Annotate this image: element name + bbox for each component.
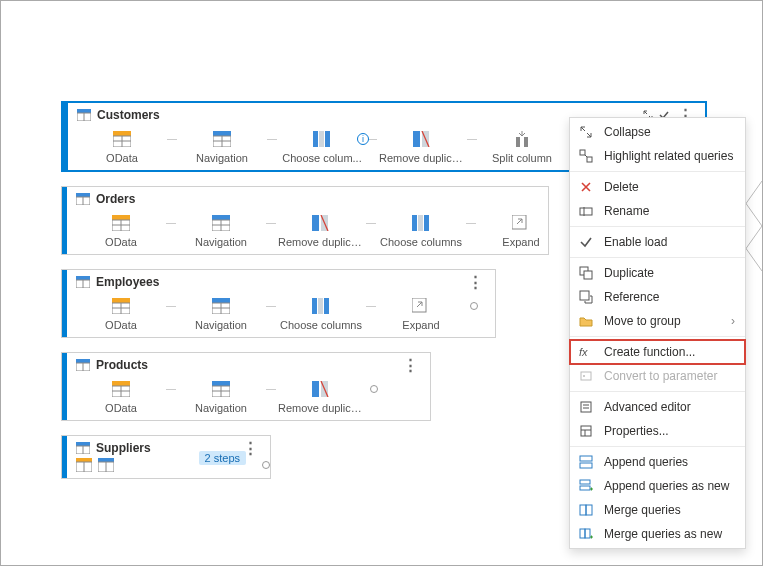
query-title: Employees: [96, 275, 159, 289]
step-odata[interactable]: OData: [76, 296, 166, 331]
svg-rect-26: [212, 215, 230, 220]
folder-icon: [578, 313, 594, 329]
menu-rename[interactable]: Rename: [570, 199, 745, 223]
svg-rect-30: [312, 215, 319, 231]
step-remove-duplicates[interactable]: Remove duplicat...: [377, 129, 467, 164]
menu-create-function[interactable]: fx Create function...: [570, 340, 745, 364]
menu-advanced-editor[interactable]: Advanced editor: [570, 395, 745, 419]
append-new-icon: [578, 478, 594, 494]
query-card-employees[interactable]: Employees ⋮ OData Navigation Choose colu…: [61, 269, 496, 338]
svg-rect-78: [580, 208, 592, 215]
svg-rect-63: [312, 381, 319, 397]
menu-merge-queries[interactable]: Merge queries: [570, 498, 745, 522]
table-icon: [76, 276, 90, 288]
nav-icon: [98, 458, 114, 472]
info-icon: i: [357, 133, 369, 145]
table-icon: [76, 193, 90, 205]
svg-rect-92: [580, 456, 592, 461]
fx-icon: fx: [578, 344, 594, 360]
step-navigation[interactable]: Navigation: [176, 213, 266, 248]
svg-rect-37: [76, 276, 90, 280]
step-odata[interactable]: OData: [76, 379, 166, 414]
svg-rect-13: [325, 131, 330, 147]
svg-rect-75: [580, 150, 585, 155]
duplicate-icon: [578, 265, 594, 281]
step-remove-duplicates[interactable]: Remove duplicat...: [276, 379, 366, 414]
svg-rect-14: [413, 131, 420, 147]
step-navigation[interactable]: Navigation: [176, 379, 266, 414]
more-icon[interactable]: ⋮: [464, 277, 487, 287]
svg-rect-98: [580, 529, 585, 538]
svg-rect-86: [581, 402, 591, 412]
svg-rect-11: [313, 131, 318, 147]
menu-properties[interactable]: Properties...: [570, 419, 745, 443]
menu-append-queries-new[interactable]: Append queries as new: [570, 474, 745, 498]
svg-rect-94: [580, 480, 590, 484]
svg-rect-76: [587, 157, 592, 162]
editor-icon: [578, 399, 594, 415]
step-expand[interactable]: Expand: [476, 213, 548, 248]
collapse-icon: [578, 124, 594, 140]
step-navigation[interactable]: Navigation: [177, 129, 267, 164]
svg-rect-82: [580, 291, 589, 300]
svg-line-77: [585, 155, 587, 157]
query-card-products[interactable]: Products ⋮ OData Navigation Remove dupli…: [61, 352, 431, 421]
svg-text:fx: fx: [579, 346, 588, 358]
steps-badge: 2 steps: [199, 451, 246, 465]
svg-rect-34: [418, 215, 423, 231]
step-odata[interactable]: OData: [77, 129, 167, 164]
svg-point-85: [583, 375, 585, 377]
svg-rect-59: [212, 381, 230, 386]
delete-icon: [578, 179, 594, 195]
svg-rect-12: [319, 131, 324, 147]
menu-append-queries[interactable]: Append queries: [570, 450, 745, 474]
menu-move-to-group[interactable]: Move to group ›: [570, 309, 745, 333]
end-node-icon: [370, 385, 378, 393]
step-odata[interactable]: OData: [76, 213, 166, 248]
more-icon[interactable]: ⋮: [399, 360, 422, 370]
menu-merge-queries-new[interactable]: Merge queries as new: [570, 522, 745, 546]
query-card-orders[interactable]: Orders OData Navigation Remove duplicat.…: [61, 186, 549, 255]
svg-rect-40: [112, 298, 130, 303]
menu-enable-load[interactable]: Enable load: [570, 230, 745, 254]
menu-reference[interactable]: Reference: [570, 285, 745, 309]
svg-rect-35: [424, 215, 429, 231]
end-node-icon: [262, 461, 270, 469]
menu-highlight-related[interactable]: Highlight related queries: [570, 144, 745, 168]
step-expand[interactable]: Expand: [376, 296, 466, 331]
menu-delete[interactable]: Delete: [570, 175, 745, 199]
parameter-icon: [578, 368, 594, 384]
step-choose-columns[interactable]: i Choose colum...: [277, 129, 367, 164]
step-navigation[interactable]: Navigation: [176, 296, 266, 331]
svg-rect-52: [76, 359, 90, 363]
svg-rect-50: [324, 298, 329, 314]
svg-rect-93: [580, 463, 592, 468]
query-title: Customers: [97, 108, 160, 122]
svg-rect-84: [581, 372, 591, 380]
svg-rect-95: [580, 486, 590, 490]
step-choose-columns[interactable]: Choose columns: [276, 296, 366, 331]
query-title: Orders: [96, 192, 135, 206]
append-icon: [578, 454, 594, 470]
step-remove-duplicates[interactable]: Remove duplicat...: [276, 213, 366, 248]
step-split-column[interactable]: Split column: [477, 129, 567, 164]
rename-icon: [578, 203, 594, 219]
source-icon: [76, 458, 92, 472]
merge-icon: [578, 502, 594, 518]
svg-rect-66: [76, 442, 90, 446]
table-icon: [77, 109, 91, 121]
svg-rect-18: [524, 137, 528, 147]
svg-rect-48: [312, 298, 317, 314]
check-icon: [578, 234, 594, 250]
svg-rect-19: [76, 193, 90, 197]
svg-rect-49: [318, 298, 323, 314]
menu-convert-to-parameter: Convert to parameter: [570, 364, 745, 388]
step-choose-columns[interactable]: Choose columns: [376, 213, 466, 248]
menu-duplicate[interactable]: Duplicate: [570, 261, 745, 285]
query-title: Suppliers: [96, 441, 151, 455]
query-card-suppliers[interactable]: Suppliers ⋮ 2 steps: [61, 435, 271, 479]
svg-rect-89: [581, 426, 591, 436]
svg-rect-99: [585, 529, 590, 538]
svg-rect-96: [580, 505, 586, 515]
menu-collapse[interactable]: Collapse: [570, 120, 745, 144]
